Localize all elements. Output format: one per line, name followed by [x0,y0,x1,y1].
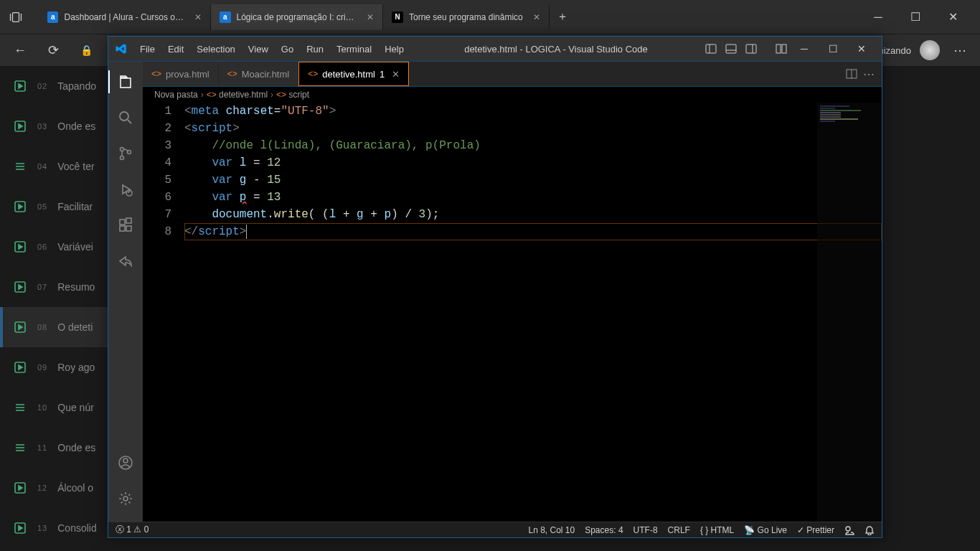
code-line[interactable]: var p = 13 [184,189,882,206]
tab-close-button[interactable]: ✕ [392,69,400,80]
menu-item-go[interactable]: Go [275,41,299,57]
breadcrumb-segment[interactable]: <> detetive.html [207,90,268,100]
breadcrumb[interactable]: Nova pasta › <> detetive.html › <> scrip… [143,87,882,103]
menu-item-file[interactable]: File [134,41,161,57]
layout-left-icon[interactable] [702,41,720,57]
svg-rect-34 [776,44,781,53]
code-editor[interactable]: 12345678 <meta charset="UTF-8"><script> … [143,103,882,522]
window-minimize-button[interactable]: ─ [865,7,891,27]
lesson-title: Que núr [57,402,94,413]
lesson-type-icon [13,400,27,415]
status-encoding[interactable]: UTF-8 [633,525,658,535]
tab-title: Dashboard | Alura - Cursos onlin [64,12,184,22]
menu-item-edit[interactable]: Edit [162,41,189,57]
profile-avatar[interactable] [920,40,940,60]
html-file-icon: <> [227,69,237,79]
layout-bottom-icon[interactable] [722,41,740,57]
menu-button[interactable]: ⋯ [948,39,971,62]
code-line[interactable]: <meta charset="UTF-8"> [184,103,882,120]
window-close-button[interactable]: ✕ [940,7,966,27]
breadcrumb-segment[interactable]: Nova pasta [154,90,198,100]
vscode-minimize-button[interactable]: ─ [790,38,819,60]
source-control-icon[interactable] [108,139,143,168]
status-feedback-icon[interactable] [844,525,854,535]
refresh-button[interactable]: ⟳ [42,39,65,62]
code-line[interactable]: var g - 15 [184,171,882,189]
svg-point-48 [123,458,128,463]
menu-item-run[interactable]: Run [301,41,329,57]
svg-point-49 [123,496,128,501]
editor-tab[interactable]: <>prova.html [143,62,219,86]
lesson-number: 13 [37,524,47,532]
tab-dirty-indicator: 1 [380,69,385,80]
svg-point-52 [846,527,850,531]
status-spaces[interactable]: Spaces: 4 [585,525,623,535]
svg-marker-25 [19,486,22,490]
lesson-title: Álcool o [57,482,93,494]
svg-point-36 [120,112,128,121]
status-language[interactable]: { } HTML [700,525,734,535]
code-line[interactable]: var l = 12 [184,154,882,171]
status-eol[interactable]: CRLF [668,525,690,535]
browser-tab[interactable]: NTorne seu programa dinâmico✕ [383,4,550,30]
code-line[interactable]: document.write( (l + g + p) / 3); [184,206,882,223]
vscode-maximize-button[interactable]: ☐ [819,38,847,60]
customize-layout-icon[interactable] [773,41,790,57]
vscode-menu-bar: FileEditSelectionViewGoRunTerminalHelp [134,41,410,57]
tab-close-button[interactable]: ✕ [194,12,202,22]
code-line[interactable]: <script> [184,120,882,137]
status-golive[interactable]: 📡 Go Live [744,525,787,535]
lesson-title: O deteti [57,321,93,333]
editor-tab[interactable]: <>Moacir.html [219,62,298,86]
code-line[interactable]: //onde l(Linda), (Guaraciara), p(Prola) [184,137,882,154]
breadcrumb-segment[interactable]: <> script [276,90,309,100]
menu-item-help[interactable]: Help [379,41,410,57]
lesson-type-icon [13,159,27,174]
extensions-icon[interactable] [108,211,143,240]
back-button[interactable]: ← [9,39,32,62]
svg-point-39 [121,156,124,160]
menu-item-terminal[interactable]: Terminal [331,41,377,57]
live-share-icon[interactable] [108,247,143,276]
status-prettier[interactable]: ✓ Prettier [797,525,834,535]
accounts-icon[interactable] [108,448,143,477]
menu-item-view[interactable]: View [242,41,274,57]
svg-marker-11 [19,245,22,249]
svg-marker-13 [19,285,22,289]
svg-marker-4 [19,124,22,128]
settings-gear-icon[interactable] [108,484,143,513]
lesson-type-icon [13,521,27,535]
window-maximize-button[interactable]: ☐ [903,7,928,27]
code-line[interactable]: </script> [184,223,882,240]
site-info-icon[interactable]: 🔒 [75,39,98,62]
collections-icon[interactable] [6,7,26,27]
debug-icon[interactable] [108,175,143,204]
vscode-window-title: detetive.html - LOGICA - Visual Studio C… [410,44,702,55]
status-bar: ⓧ 1 ⚠ 0 Ln 8, Col 10 Spaces: 4 UTF-8 CRL… [108,522,882,537]
tab-close-button[interactable]: ✕ [533,12,540,22]
search-icon[interactable] [108,103,143,132]
status-problems[interactable]: ⓧ 1 ⚠ 0 [116,524,149,536]
browser-tab[interactable]: aLógica de programação I: crie pr✕ [211,4,383,30]
tab-close-button[interactable]: ✕ [367,12,374,22]
lesson-title: Você ter [57,161,94,172]
layout-right-icon[interactable] [743,41,760,57]
status-bell-icon[interactable] [864,525,875,535]
more-actions-icon[interactable]: ⋯ [863,67,875,81]
lesson-type-icon [13,320,27,334]
editor-tab[interactable]: <>detetive.html 1 ✕ [298,62,409,86]
svg-rect-43 [120,220,125,225]
new-tab-button[interactable]: ＋ [552,7,573,27]
explorer-icon[interactable] [108,67,143,96]
vscode-window: FileEditSelectionViewGoRunTerminalHelp d… [108,36,882,538]
split-editor-icon[interactable] [846,69,857,79]
tab-favicon-icon: N [392,11,403,23]
vscode-close-button[interactable]: ✕ [847,38,876,60]
minimap[interactable] [817,103,882,522]
vscode-titlebar: FileEditSelectionViewGoRunTerminalHelp d… [108,37,882,62]
html-file-icon: <> [308,69,318,79]
code-area[interactable]: <meta charset="UTF-8"><script> //onde l(… [184,103,882,522]
status-cursor[interactable]: Ln 8, Col 10 [528,525,575,535]
menu-item-selection[interactable]: Selection [191,41,240,57]
browser-tab[interactable]: aDashboard | Alura - Cursos onlin✕ [39,4,211,30]
